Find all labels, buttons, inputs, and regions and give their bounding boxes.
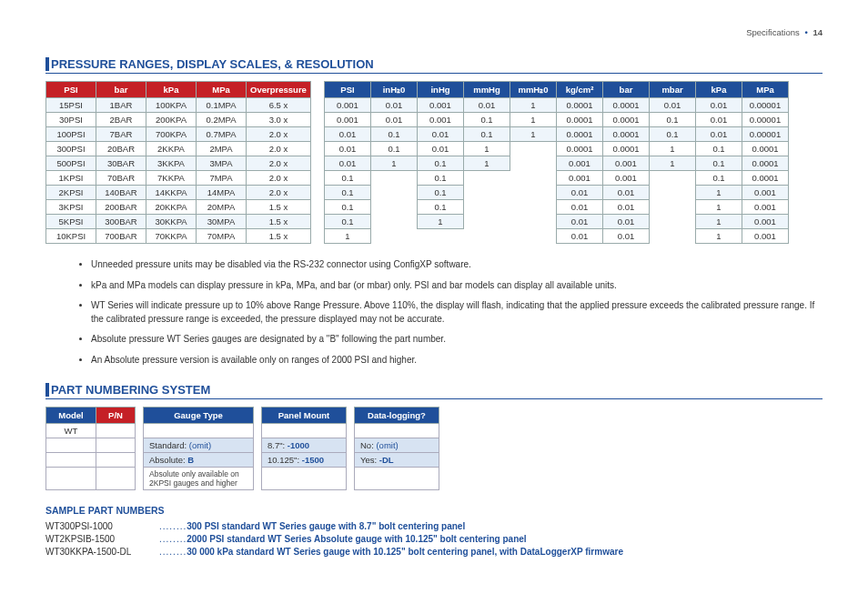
t2-cell: 0.1 (371, 142, 418, 156)
t2-cell: 0.01 (557, 186, 603, 200)
tables-row: PSIbarkPaMPaOverpressure 15PSI1BAR100KPA… (45, 81, 823, 244)
t2-cell: 1 (325, 229, 371, 244)
t2-cell: 1 (650, 156, 696, 171)
t2-cell (371, 186, 418, 200)
t1-cell: 20KKPA (146, 200, 197, 215)
t1-cell: 2.0 x (247, 127, 311, 142)
t2-cell (650, 229, 696, 244)
t1-cell: 20MPA (197, 200, 247, 215)
t2-cell: 0.1 (650, 127, 696, 142)
sample-row: WT30KKPA-1500-DL........30 000 kPa stand… (45, 547, 823, 557)
t2-cell: 0.1 (464, 127, 510, 142)
t1-cell: 3.0 x (247, 113, 311, 127)
t2-header: kPa (696, 82, 742, 98)
t2-cell: 1 (510, 98, 557, 113)
t1-cell: 30PSI (46, 113, 96, 127)
panel-opt-0: 8.7": -1000 (262, 438, 347, 453)
pn-h-model: Model (46, 408, 96, 424)
t2-header: inHg (418, 82, 464, 98)
pn-h-gauge: Gauge Type (144, 408, 254, 424)
note-item: Unneeded pressure units may be disabled … (91, 258, 823, 272)
t2-header: mbar (650, 82, 696, 98)
t2-cell: 0.01 (371, 98, 418, 113)
t1-cell: 300PSI (46, 142, 96, 156)
t1-cell: 70MPA (197, 229, 247, 244)
t2-cell: 0.1 (418, 200, 464, 215)
t2-cell (510, 142, 557, 156)
t1-cell: 30KKPA (146, 215, 197, 229)
t1-cell: 3KKPA (146, 156, 197, 171)
pn-model-cell: WT (46, 424, 96, 438)
t2-header: inH₂0 (371, 82, 418, 98)
t2-cell: 0.0001 (557, 113, 603, 127)
t2-cell: 1 (371, 156, 418, 171)
panel-opt-1: 10.125": -1500 (262, 453, 347, 468)
t1-cell: 140BAR (96, 186, 146, 200)
t2-cell: 0.00001 (742, 113, 789, 127)
t1-cell: 7MPA (197, 171, 247, 186)
t1-cell: 2.0 x (247, 171, 311, 186)
t2-cell: 0.001 (603, 156, 650, 171)
t2-cell: 0.001 (557, 156, 603, 171)
t2-cell: 0.1 (325, 186, 371, 200)
t2-cell: 0.1 (464, 113, 510, 127)
sample-row: WT300PSI-1000........300 PSI standard WT… (45, 521, 823, 531)
header-bullet: • (802, 27, 810, 37)
t1-header: PSI (46, 82, 96, 98)
t1-cell: 700KPA (146, 127, 197, 142)
samples-list: WT300PSI-1000........300 PSI standard WT… (45, 521, 823, 557)
t2-cell: 0.001 (742, 229, 789, 244)
t2-cell: 0.1 (325, 215, 371, 229)
t1-cell: 1KPSI (46, 171, 96, 186)
t1-cell: 3MPA (197, 156, 247, 171)
t2-cell (510, 171, 557, 186)
t1-cell: 300BAR (96, 215, 146, 229)
note-item: Absolute pressure WT Series gauges are d… (91, 333, 823, 347)
t1-cell: 2.0 x (247, 186, 311, 200)
t2-cell: 0.001 (742, 200, 789, 215)
note-item: WT Series will indicate pressure up to 1… (91, 299, 823, 326)
t2-cell: 0.001 (742, 215, 789, 229)
t2-cell: 0.01 (557, 229, 603, 244)
t1-cell: 6.5 x (247, 98, 311, 113)
t2-cell (650, 171, 696, 186)
t2-cell: 0.01 (325, 127, 371, 142)
t2-cell: 1 (510, 113, 557, 127)
t2-cell: 0.0001 (742, 156, 789, 171)
t2-cell: 0.001 (418, 113, 464, 127)
t2-cell: 0.001 (418, 98, 464, 113)
t2-cell: 0.0001 (603, 113, 650, 127)
t2-cell: 0.01 (696, 127, 742, 142)
t1-cell: 0.7MPA (197, 127, 247, 142)
t1-header: Overpressure (247, 82, 311, 98)
pn-h-dl: Data-logging? (355, 408, 439, 424)
t2-cell (371, 229, 418, 244)
t2-cell: 0.01 (371, 113, 418, 127)
t2-cell (464, 215, 510, 229)
t1-header: kPa (146, 82, 197, 98)
gauge-note: Absolute only available on 2KPSI gauges … (144, 468, 254, 490)
t2-cell: 0.001 (742, 186, 789, 200)
header-left: Specifications (746, 27, 800, 37)
t1-cell: 20BAR (96, 142, 146, 156)
t2-cell: 0.01 (603, 229, 650, 244)
t2-cell (371, 171, 418, 186)
sample-row: WT2KPSIB-1500........2000 PSI standard W… (45, 534, 823, 544)
t1-cell: 5KPSI (46, 215, 96, 229)
note-item: kPa and MPa models can display pressure … (91, 279, 823, 293)
t1-cell: 7BAR (96, 127, 146, 142)
t2-cell: 0.01 (603, 186, 650, 200)
t1-cell: 200BAR (96, 200, 146, 215)
t2-cell: 1 (418, 215, 464, 229)
page-header: Specifications • 14 (45, 27, 823, 37)
t2-cell: 0.1 (418, 156, 464, 171)
t1-cell: 30MPA (197, 215, 247, 229)
t2-cell: 0.01 (557, 200, 603, 215)
t2-cell: 0.0001 (557, 127, 603, 142)
t2-cell: 0.00001 (742, 127, 789, 142)
dl-opt-0: No: (omit) (355, 438, 439, 453)
t1-cell: 30BAR (96, 156, 146, 171)
t1-cell: 2MPA (197, 142, 247, 156)
t2-cell: 0.0001 (603, 98, 650, 113)
display-scales-table: PSIinH₂0inHgmmHgmmH₂0kg/cm²barmbarkPaMPa… (324, 81, 789, 244)
